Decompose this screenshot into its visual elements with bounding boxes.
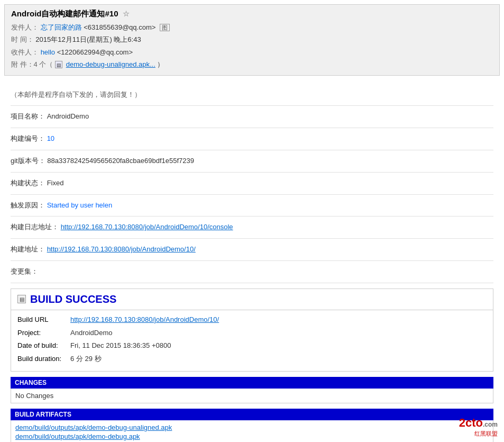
build-no-value: 10 bbox=[47, 134, 54, 142]
artifact-link-2[interactable]: demo/build/outputs/apk/demo-debug.apk bbox=[15, 432, 140, 440]
build-no-row: 构建编号： 10 bbox=[11, 128, 493, 150]
artifact-link-1[interactable]: demo/build/outputs/apk/demo-debug-unalig… bbox=[15, 423, 172, 431]
email-subject: Android自动构建邮件通知#10 ☆ bbox=[11, 9, 493, 19]
build-addr-row: 构建地址： http://192.168.70.130:8080/job/And… bbox=[11, 239, 493, 261]
changes-label: 变更集： bbox=[11, 267, 38, 275]
email-body: （本邮件是程序自动下发的，请勿回复！） 项目名称： AndroidDemo 构建… bbox=[4, 80, 500, 442]
build-project-row: Project: AndroidDemo bbox=[17, 328, 487, 339]
project-row: 项目名称： AndroidDemo bbox=[11, 106, 493, 128]
log-url-link[interactable]: http://192.168.70.130:8080/job/AndroidDe… bbox=[61, 223, 233, 231]
build-project-value: AndroidDemo bbox=[70, 328, 113, 339]
time-row: 时 间： 2015年12月11日(星期五) 晚上6:43 bbox=[11, 33, 493, 46]
email-header: Android自动构建邮件通知#10 ☆ 发件人： 忘了回家的路 <631855… bbox=[4, 4, 500, 76]
sender-row: 发件人： 忘了回家的路 <631855639@qq.com> 图 bbox=[11, 21, 493, 33]
receiver-row: 收件人： hello <1220662994@qq.com> bbox=[11, 46, 493, 58]
site-logo: 2cto.com 红黑联盟 bbox=[459, 416, 498, 438]
auto-message: （本邮件是程序自动下发的，请勿回复！） bbox=[11, 84, 493, 106]
build-url-value[interactable]: http://192.168.70.130:8080/job/AndroidDe… bbox=[70, 314, 219, 326]
build-duration-value: 6 分 29 秒 bbox=[70, 354, 102, 365]
build-addr-label: 构建地址： bbox=[11, 245, 45, 253]
receiver-name[interactable]: hello bbox=[41, 48, 55, 56]
git-value: 88a3378242549565620fa8cbae69bdf1e55f7239 bbox=[47, 157, 194, 165]
log-row: 构建日志地址： http://192.168.70.130:8080/job/A… bbox=[11, 217, 493, 239]
logo-sub: 红黑联盟 bbox=[459, 430, 498, 438]
trigger-row: 触发原因： Started by user helen bbox=[11, 195, 493, 217]
sender-email: <631855639@qq.com> bbox=[84, 23, 155, 31]
sender-label: 发件人： bbox=[11, 23, 39, 31]
project-label: 项目名称： bbox=[11, 112, 45, 120]
build-no-label: 构建编号： bbox=[11, 134, 45, 142]
build-addr-link[interactable]: http://192.168.70.130:8080/job/AndroidDe… bbox=[47, 245, 196, 253]
status-value: Fixed bbox=[47, 179, 64, 187]
changes-section: CHANGES No Changes bbox=[11, 377, 493, 403]
build-duration-label: Build duration: bbox=[17, 354, 70, 365]
receiver-email: <1220662994@qq.com> bbox=[57, 48, 133, 56]
build-date-row: Date of build: Fri, 11 Dec 2015 18:36:35… bbox=[17, 340, 487, 351]
build-duration-row: Build duration: 6 分 29 秒 bbox=[17, 354, 487, 365]
build-project-label: Project: bbox=[17, 328, 70, 339]
status-row: 构建状态： Fixed bbox=[11, 173, 493, 195]
build-url-label: Build URL bbox=[17, 314, 70, 326]
list-item: demo/build/outputs/apk/demo-debug-unalig… bbox=[15, 423, 489, 431]
log-label: 构建日志地址： bbox=[11, 223, 59, 231]
changes-content: No Changes bbox=[11, 389, 493, 403]
build-date-label: Date of build: bbox=[17, 340, 70, 351]
artifacts-section: BUILD ARTIFACTS demo/build/outputs/apk/d… bbox=[11, 409, 493, 442]
project-value: AndroidDemo bbox=[47, 112, 89, 120]
time-value: 2015年12月11日(星期五) 晚上6:43 bbox=[35, 35, 141, 43]
build-success-title: BUILD SUCCESS bbox=[30, 293, 116, 305]
sender-name[interactable]: 忘了回家的路 bbox=[41, 23, 82, 31]
subject-text: Android自动构建邮件通知#10 bbox=[11, 9, 118, 18]
trigger-value: Started by user helen bbox=[47, 201, 113, 209]
logo-main: 2cto bbox=[459, 416, 483, 429]
build-success-box: ▤ BUILD SUCCESS Build URL http://192.168… bbox=[11, 288, 493, 372]
attachment-label: 附 件：4 个（ bbox=[11, 60, 53, 68]
auto-msg-text: （本邮件是程序自动下发的，请勿回复！） bbox=[11, 91, 141, 98]
build-info-table: Build URL http://192.168.70.130:8080/job… bbox=[11, 310, 493, 371]
git-label: git版本号： bbox=[11, 157, 45, 165]
star-icon[interactable]: ☆ bbox=[123, 10, 130, 18]
show-sender-button[interactable]: 图 bbox=[160, 24, 170, 31]
attachment-close: ） bbox=[157, 60, 164, 68]
receiver-label: 收件人： bbox=[11, 48, 39, 56]
git-row: git版本号： 88a3378242549565620fa8cbae69bdf1… bbox=[11, 150, 493, 173]
changes-label-row: 变更集： bbox=[11, 261, 493, 283]
build-success-header: ▤ BUILD SUCCESS bbox=[11, 289, 493, 310]
build-date-value: Fri, 11 Dec 2015 18:36:35 +0800 bbox=[70, 340, 171, 351]
trigger-label: 触发原因： bbox=[11, 201, 45, 209]
time-label: 时 间： bbox=[11, 35, 34, 43]
logo-domain: .com bbox=[483, 421, 498, 428]
build-success-image-icon: ▤ bbox=[17, 295, 26, 303]
changes-header: CHANGES bbox=[11, 377, 493, 389]
build-url-row: Build URL http://192.168.70.130:8080/job… bbox=[17, 314, 487, 326]
attachment-row: 附 件：4 个（ ▤ demo-debug-unaligned.apk... ） bbox=[11, 58, 493, 70]
artifacts-list: demo/build/outputs/apk/demo-debug-unalig… bbox=[11, 420, 493, 442]
artifacts-header: BUILD ARTIFACTS bbox=[11, 409, 493, 420]
attachment-icon: ▤ bbox=[55, 61, 62, 68]
attachment-name[interactable]: demo-debug-unaligned.apk... bbox=[66, 60, 155, 68]
status-label: 构建状态： bbox=[11, 179, 45, 187]
list-item: demo/build/outputs/apk/demo-debug.apk bbox=[15, 432, 489, 440]
